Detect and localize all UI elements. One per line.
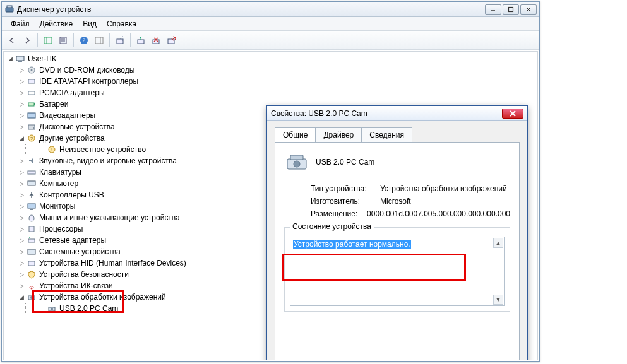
expand-icon[interactable]: ▷ (18, 66, 25, 74)
tree-item[interactable]: ▷DVD и CD-ROM дисководы (5, 64, 258, 76)
device-type-label: Тип устройства: (311, 184, 380, 193)
tree-item-unknown-device[interactable]: !Неизвестное устройство (5, 144, 258, 155)
tree-item-label: Устройства обработки изображений (39, 291, 166, 303)
scan-hardware-button[interactable] (112, 33, 128, 48)
tree-item[interactable]: ▷Контроллеры USB (5, 189, 258, 201)
dialog-close-button[interactable] (502, 109, 523, 119)
device-tree[interactable]: ◢ User-ПК ▷DVD и CD-ROM дисководы ▷IDE A… (5, 53, 258, 314)
disk-icon (27, 122, 37, 132)
expand-icon[interactable]: ▷ (18, 180, 25, 187)
menu-action[interactable]: Действие (35, 18, 78, 30)
minimize-button[interactable] (485, 4, 501, 15)
expand-icon[interactable]: ▷ (18, 123, 25, 131)
tree-item[interactable]: ▷Клавиатуры (5, 167, 258, 178)
tree-item[interactable]: ▷Устройства безопасности (5, 269, 258, 280)
scroll-up-button[interactable]: ▲ (493, 238, 503, 248)
expand-icon[interactable]: ▷ (18, 157, 25, 165)
tree-item[interactable]: ▷PCMCIA адаптеры (5, 87, 258, 98)
svg-rect-1 (7, 6, 12, 8)
device-status-textbox[interactable]: Устройство работает нормально. ▲ ▼ (290, 237, 505, 306)
svg-point-51 (30, 296, 33, 299)
menubar: Файл Действие Вид Справка (2, 17, 539, 31)
tree-item-imaging-devices[interactable]: ◢Устройства обработки изображений (5, 291, 258, 303)
tree-item[interactable]: ▷Дисковые устройства (5, 121, 258, 132)
toolbar-divider (130, 33, 131, 47)
collapse-icon[interactable]: ◢ (18, 134, 25, 142)
svg-rect-39 (28, 171, 35, 174)
tree-item[interactable]: ▷Видеоадаптеры (5, 110, 258, 121)
expand-icon[interactable]: ▷ (18, 89, 25, 97)
toolbar-divider (109, 33, 110, 47)
tree-item[interactable]: ▷Батареи (5, 98, 258, 110)
camera-icon (284, 151, 309, 173)
device-name: USB 2.0 PC Cam (316, 158, 374, 167)
tree-item-label: Устройства HID (Human Interface Devices) (39, 257, 186, 269)
tree-item-usb-cam[interactable]: USB 2.0 PC Cam (5, 303, 258, 314)
tree-item-label: Звуковые, видео и игровые устройства (39, 155, 177, 167)
tree-item-other-devices[interactable]: ◢?Другие устройства (5, 132, 258, 144)
display-adapter-icon (27, 110, 37, 120)
tree-item[interactable]: ▷Процессоры (5, 223, 258, 235)
tab-details[interactable]: Сведения (361, 127, 412, 142)
update-driver-button[interactable] (133, 33, 148, 48)
expand-icon[interactable]: ▷ (18, 271, 25, 278)
uninstall-button[interactable] (148, 33, 164, 48)
tree-item-label: DVD и CD-ROM дисководы (39, 64, 134, 76)
collapse-icon[interactable]: ◢ (6, 55, 14, 62)
expand-icon[interactable]: ▷ (18, 168, 25, 176)
menu-file[interactable]: Файл (6, 18, 35, 30)
tree-item[interactable]: ▷Звуковые, видео и игровые устройства (5, 155, 258, 167)
toolbar-divider (73, 33, 74, 47)
svg-text:?: ? (83, 37, 85, 44)
expand-icon[interactable]: ▷ (18, 214, 25, 221)
back-button[interactable] (4, 33, 20, 48)
expand-icon[interactable]: ▷ (18, 248, 25, 255)
disable-button[interactable] (164, 33, 179, 48)
collapse-icon[interactable]: ◢ (18, 293, 25, 301)
battery-icon (27, 99, 37, 109)
menu-help[interactable]: Справка (102, 18, 141, 30)
device-status-text: Устройство работает нормально. (293, 240, 411, 249)
maximize-button[interactable] (503, 4, 519, 15)
tree-item[interactable]: ▷IDE ATA/ATAPI контроллеры (5, 76, 258, 87)
tree-item-label: Системные устройства (39, 246, 121, 257)
forward-button[interactable] (20, 33, 35, 48)
tree-item[interactable]: ▷Компьютер (5, 178, 258, 189)
menu-view[interactable]: Вид (78, 18, 102, 30)
manufacturer-label: Изготовитель: (311, 197, 380, 206)
action-pane-button[interactable] (92, 33, 107, 48)
expand-icon[interactable]: ▷ (18, 282, 25, 290)
tree-item[interactable]: ▷Мыши и иные указывающие устройства (5, 212, 258, 223)
show-hide-console-tree-button[interactable] (40, 33, 56, 48)
expand-icon[interactable]: ▷ (18, 203, 25, 210)
tree-item-label: PCMCIA адаптеры (39, 87, 105, 98)
svg-point-53 (51, 308, 53, 310)
close-button[interactable] (520, 4, 537, 15)
tree-item[interactable]: ▷Сетевые адаптеры (5, 235, 258, 246)
sound-icon (27, 156, 37, 166)
tree-root[interactable]: ◢ User-ПК (5, 53, 258, 64)
tree-item[interactable]: ▷Системные устройства (5, 246, 258, 257)
svg-rect-42 (30, 209, 33, 210)
tree-item[interactable]: ▷Устройства HID (Human Interface Devices… (5, 257, 258, 269)
expand-icon[interactable]: ▷ (18, 191, 25, 199)
tree-item-label: Дисковые устройства (39, 121, 115, 132)
expand-icon[interactable]: ▷ (18, 78, 25, 85)
tree-item[interactable]: ▷Устройства ИК-связи (5, 280, 258, 291)
expand-icon[interactable]: ▷ (18, 100, 25, 108)
svg-text:!: ! (51, 147, 52, 153)
tree-item[interactable]: ▷Мониторы (5, 201, 258, 212)
help-button[interactable]: ? (76, 33, 92, 48)
window-controls (485, 4, 537, 15)
expand-icon[interactable]: ▷ (18, 237, 25, 244)
tab-driver[interactable]: Драйвер (315, 127, 362, 142)
svg-point-43 (29, 215, 34, 221)
tree-item-label: Батареи (39, 98, 68, 110)
network-icon (27, 235, 37, 245)
expand-icon[interactable]: ▷ (18, 112, 25, 119)
tab-general[interactable]: Общие (275, 127, 316, 142)
expand-icon[interactable]: ▷ (18, 225, 25, 233)
expand-icon[interactable]: ▷ (18, 259, 25, 267)
scroll-down-button[interactable]: ▼ (493, 295, 503, 305)
properties-button[interactable] (56, 33, 71, 48)
